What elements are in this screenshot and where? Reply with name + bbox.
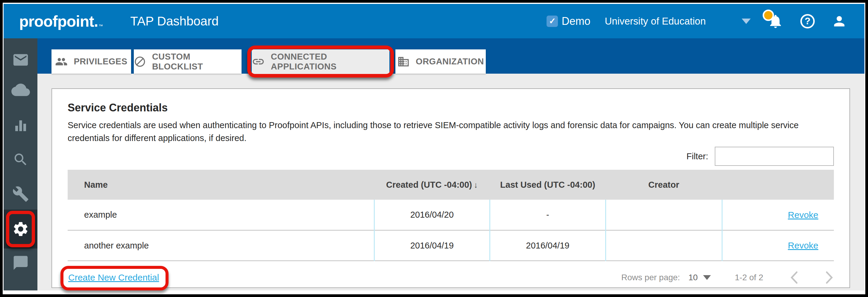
sidebar-item-cloud[interactable] [4, 72, 37, 107]
column-header-actions [722, 170, 834, 200]
notification-badge [763, 9, 774, 21]
wrench-icon [12, 186, 29, 202]
rows-per-page-caret-icon[interactable] [703, 275, 711, 280]
notifications-button[interactable] [768, 13, 784, 29]
demo-checkbox[interactable]: ✓ [547, 16, 558, 27]
sort-descending-icon: ↓ [474, 181, 478, 189]
column-header-creator[interactable]: Creator [606, 170, 722, 200]
user-profile-icon [832, 13, 847, 29]
tap-dashboard-screen: proofpoint.™ TAP Dashboard ✓ Demo Univer… [0, 0, 868, 297]
table-header-row: Name Created (UTC -04:00)↓ Last Used (UT… [68, 170, 834, 200]
panel-title: Service Credentials [68, 101, 834, 114]
tab-label: CUSTOM BLOCKLIST [152, 52, 242, 71]
demo-label: Demo [561, 15, 590, 28]
create-new-credential-link[interactable]: Create New Credential [68, 272, 159, 282]
sidebar-item-settings[interactable] [4, 210, 37, 248]
pagination-range: 1-2 of 2 [735, 273, 763, 282]
sidebar-item-feedback[interactable] [4, 245, 37, 280]
chevron-down-icon[interactable] [742, 19, 751, 24]
credentials-table: Name Created (UTC -04:00)↓ Last Used (UT… [68, 170, 834, 261]
search-icon [12, 151, 29, 168]
demo-toggle[interactable]: ✓ Demo [547, 15, 590, 28]
filter-row: Filter: [68, 146, 834, 166]
credential-name: example [68, 200, 374, 230]
trademark-symbol: ™ [98, 23, 103, 28]
rows-per-page-value[interactable]: 10 [688, 273, 698, 282]
header-actions: ✓ Demo University of Education ? [547, 13, 864, 29]
block-icon [134, 55, 146, 68]
sidebar-item-tools[interactable] [4, 177, 37, 211]
tab-label: ORGANIZATION [416, 57, 484, 66]
column-header-created[interactable]: Created (UTC -04:00)↓ [374, 170, 490, 200]
tab-label: PRIVILEGES [74, 57, 127, 66]
column-header-created-label: Created (UTC -04:00) [386, 180, 472, 189]
organization-selector[interactable]: University of Education [605, 16, 706, 27]
help-icon: ? [800, 14, 815, 28]
previous-page-button[interactable] [789, 271, 799, 285]
column-header-last-used[interactable]: Last Used (UTC -04:00) [490, 170, 606, 200]
profile-button[interactable] [832, 13, 847, 29]
filter-input[interactable] [715, 147, 834, 166]
mail-icon [12, 51, 29, 68]
help-button[interactable]: ? [800, 14, 815, 28]
table-footer: Create New Credential Rows per page: 10 … [68, 264, 834, 291]
table-row: example 2016/04/20 - Revoke [68, 200, 834, 230]
organization-icon [397, 55, 410, 68]
link-icon [252, 55, 265, 68]
credential-name: another example [68, 230, 374, 261]
help-glyph: ? [805, 16, 810, 27]
credential-last-used: - [490, 200, 606, 230]
people-icon [55, 55, 68, 68]
bar-chart-icon [12, 118, 29, 134]
tab-connected-applications[interactable]: CONNECTED APPLICATIONS [252, 50, 390, 73]
tab-label: CONNECTED APPLICATIONS [271, 52, 390, 71]
cloud-icon [11, 81, 30, 99]
gear-icon [12, 220, 29, 238]
revoke-link[interactable]: Revoke [788, 210, 818, 220]
credential-created: 2016/04/20 [374, 200, 490, 230]
chevron-left-icon [789, 271, 799, 285]
logo-text: proofpoint. [19, 12, 98, 30]
sidebar-item-reports[interactable] [4, 108, 37, 143]
credential-last-used: 2016/04/19 [490, 230, 606, 261]
panel-description: Service credentials are used when authen… [68, 119, 834, 145]
page-title: TAP Dashboard [130, 14, 218, 28]
chevron-right-icon [825, 271, 834, 285]
credential-creator [606, 230, 722, 261]
tab-organization[interactable]: ORGANIZATION [395, 50, 486, 73]
settings-tab-bar: PRIVILEGES CUSTOM BLOCKLIST CONNECTED AP… [37, 38, 864, 73]
sidebar-nav [4, 38, 37, 290]
sidebar-item-search[interactable] [4, 142, 37, 177]
page-background: Service Credentials Service credentials … [37, 73, 864, 290]
service-credentials-panel: Service Credentials Service credentials … [52, 88, 850, 288]
pagination-controls: Rows per page: 10 1-2 of 2 [621, 271, 834, 285]
revoke-link[interactable]: Revoke [788, 240, 818, 250]
app-header: proofpoint.™ TAP Dashboard ✓ Demo Univer… [4, 4, 864, 38]
rows-per-page-label: Rows per page: [621, 273, 680, 282]
credential-creator [606, 200, 722, 230]
chat-icon [12, 255, 29, 271]
proofpoint-logo: proofpoint.™ [19, 12, 103, 30]
tab-privileges[interactable]: PRIVILEGES [52, 50, 131, 73]
table-row: another example 2016/04/19 2016/04/19 Re… [68, 230, 834, 261]
filter-label: Filter: [687, 151, 709, 161]
credential-created: 2016/04/19 [374, 230, 490, 261]
column-header-name[interactable]: Name [68, 170, 374, 200]
tab-custom-blocklist[interactable]: CUSTOM BLOCKLIST [134, 50, 242, 73]
next-page-button[interactable] [825, 271, 834, 285]
sidebar-item-mail[interactable] [4, 42, 37, 77]
